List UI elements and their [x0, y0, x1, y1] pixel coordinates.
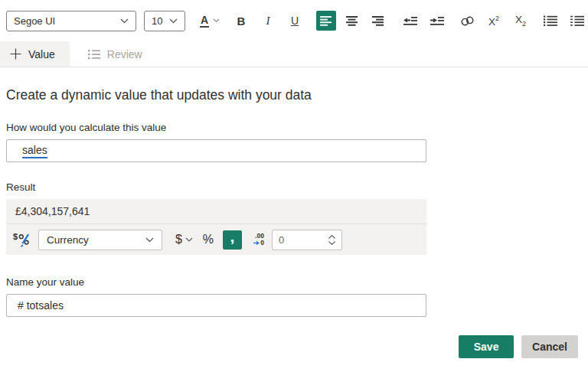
tab-review[interactable]: Review [76, 41, 155, 67]
italic-button[interactable]: I [258, 11, 278, 31]
name-field-label: Name your value [6, 276, 588, 288]
chevron-down-icon [328, 241, 335, 245]
custom-number-format-icon: $ [13, 230, 32, 249]
decimals-stepper[interactable]: 0 [272, 230, 342, 250]
align-right-icon [372, 15, 384, 26]
superscript-icon: X2 [488, 15, 499, 28]
link-button[interactable] [457, 11, 477, 31]
tab-value[interactable]: Value [0, 41, 70, 67]
dialog-body: Create a dynamic value that updates with… [0, 87, 588, 317]
numbered-list-button[interactable] [567, 11, 587, 31]
calc-field-label: How would you calculate this value [6, 122, 588, 133]
align-left-icon [320, 15, 332, 26]
bold-button[interactable]: B [231, 11, 251, 31]
save-button[interactable]: Save [459, 335, 514, 358]
chevron-down-icon [213, 18, 220, 23]
italic-icon: I [266, 15, 270, 28]
currency-symbol-button[interactable]: $ [175, 233, 193, 246]
chevron-down-icon [145, 237, 154, 243]
number-format-toolbar: $ Currency $ [6, 224, 426, 255]
underline-icon: U [291, 15, 299, 27]
name-input[interactable]: # totsales [6, 294, 426, 317]
dollar-icon: $ [175, 233, 182, 246]
tab-review-label: Review [107, 48, 142, 60]
increase-indent-button[interactable] [427, 11, 447, 31]
font-color-icon: A [200, 15, 209, 28]
tab-strip: Value Review [0, 41, 588, 67]
name-input-value: # totsales [18, 299, 64, 312]
tab-value-label: Value [28, 48, 55, 60]
bold-icon: B [237, 15, 246, 28]
calc-input-value: sales [22, 144, 47, 158]
subscript-icon: X2 [515, 14, 526, 28]
font-color-button[interactable]: A [197, 11, 223, 31]
decimal-places-button[interactable]: .00 0 [248, 233, 264, 246]
format-category-select[interactable]: Currency [38, 230, 162, 250]
dynamic-value-dialog: Segoe UI 10 A B I U [0, 0, 588, 372]
dialog-actions: Save Cancel [459, 335, 578, 358]
subscript-button[interactable]: X2 [511, 11, 531, 31]
decimals-value: 0 [279, 234, 284, 246]
align-left-button[interactable] [316, 11, 336, 31]
stepper-arrows[interactable] [328, 235, 335, 245]
percent-icon: % [203, 233, 214, 246]
alignment-group [316, 11, 388, 31]
superscript-button[interactable]: X2 [484, 11, 504, 31]
bullet-list-button[interactable] [541, 11, 560, 31]
calc-input[interactable]: sales [6, 139, 426, 162]
review-list-icon [88, 49, 100, 60]
comma-icon: , [230, 233, 234, 240]
font-size-value: 10 [152, 15, 162, 27]
link-icon [460, 16, 475, 26]
result-value: £4,304,157,641 [6, 199, 426, 224]
bullet-list-icon [544, 15, 557, 26]
arrow-right-icon [253, 240, 260, 246]
cancel-button[interactable]: Cancel [521, 335, 578, 358]
chevron-down-icon [185, 237, 193, 243]
thousands-separator-button[interactable]: , [223, 230, 242, 250]
svg-text:$: $ [13, 232, 18, 241]
numbered-list-icon [570, 15, 584, 26]
increase-indent-icon [430, 16, 444, 26]
align-right-button[interactable] [368, 11, 388, 31]
formatting-toolbar: Segoe UI 10 A B I U [0, 0, 588, 41]
font-size-select[interactable]: 10 [144, 11, 185, 31]
underline-button[interactable]: U [285, 11, 305, 31]
result-panel: £4,304,157,641 $ Currency [6, 199, 426, 255]
font-family-value: Segoe UI [14, 15, 55, 27]
chevron-down-icon [120, 18, 129, 24]
decrease-indent-button[interactable] [400, 11, 420, 31]
decrease-indent-icon [403, 16, 417, 26]
align-center-button[interactable] [342, 11, 362, 31]
format-category-value: Currency [47, 234, 89, 246]
percent-format-button[interactable]: % [200, 230, 217, 250]
align-center-icon [346, 15, 358, 26]
decimal-places-icon-bottom: 0 [253, 240, 264, 246]
page-title: Create a dynamic value that updates with… [6, 87, 588, 103]
chevron-up-icon [328, 235, 335, 239]
chevron-down-icon [169, 18, 178, 24]
font-family-select[interactable]: Segoe UI [6, 11, 136, 31]
plus-icon [10, 48, 21, 60]
result-label: Result [6, 181, 588, 193]
custom-format-button[interactable]: $ [12, 230, 32, 250]
